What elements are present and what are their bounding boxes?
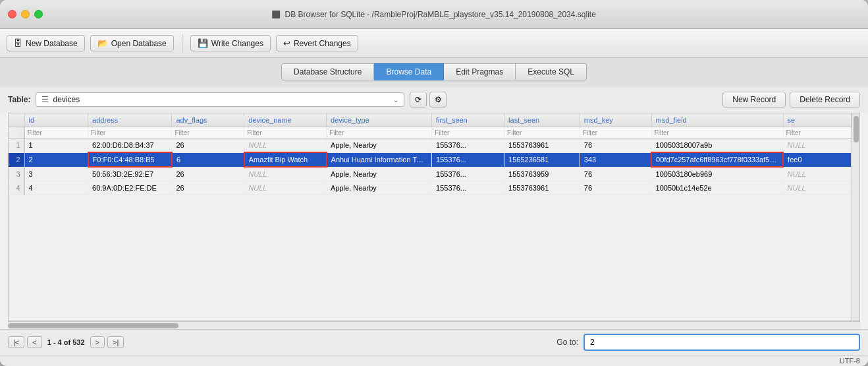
new-database-button[interactable]: 🗄 New Database (7, 35, 85, 51)
hscroll-thumb[interactable] (8, 323, 178, 328)
table-cell[interactable]: 155376... (432, 181, 504, 195)
table-cell[interactable]: 10050318007a9b (651, 138, 783, 153)
table-selector[interactable]: ☰ devices ⌄ (36, 92, 404, 107)
table-cell[interactable]: 60:9A:0D:E2:FE:DE (88, 181, 172, 195)
table-cell[interactable]: 1553763961 (504, 181, 580, 195)
maximize-button[interactable] (34, 10, 43, 18)
table-row[interactable]: 4460:9A:0D:E2:FE:DE26NULLApple, Nearby15… (9, 181, 852, 195)
table-cell[interactable]: 76 (580, 138, 651, 153)
table-cell[interactable]: 10050318​0eb969 (651, 167, 783, 181)
col-device-name[interactable]: device_name (244, 113, 327, 127)
vertical-scrollbar[interactable] (852, 113, 859, 320)
table-cell[interactable]: 6 (172, 152, 244, 167)
table-cell[interactable]: 26 (172, 138, 244, 153)
col-first-seen[interactable]: first_seen (432, 113, 504, 127)
filter-address[interactable] (88, 127, 172, 138)
tab-edit-pragmas[interactable]: Edit Pragmas (444, 63, 516, 80)
table-cell[interactable]: 62:00:D6:D8:B4:37 (88, 138, 172, 153)
filter-se-input[interactable] (786, 129, 848, 137)
table-cell[interactable]: 1553763959 (504, 167, 580, 181)
table-row[interactable]: 3350:56:3D:2E:92:E726NULLApple, Nearby15… (9, 167, 852, 181)
table-row[interactable]: 22F0:F0:C4:48:B8:B56Amazfit Bip WatchAnh… (9, 152, 852, 167)
col-se[interactable]: se (783, 113, 851, 127)
table-cell[interactable]: 1553763961 (504, 138, 580, 153)
filter-lastseen-input[interactable] (507, 129, 577, 137)
col-adv-flags[interactable]: adv_flags (172, 113, 244, 127)
col-device-type[interactable]: device_type (327, 113, 432, 127)
table-cell[interactable]: NULL (244, 181, 327, 195)
table-cell[interactable]: 4 (24, 181, 88, 195)
prev-page-button[interactable]: < (27, 336, 41, 348)
filter-id-input[interactable] (28, 129, 86, 137)
filter-msd-key[interactable] (580, 127, 651, 138)
table-cell[interactable]: 1 (24, 138, 88, 153)
filter-devicename-input[interactable] (247, 129, 323, 137)
vscroll-thumb[interactable] (854, 116, 859, 142)
horizontal-scrollbar[interactable] (8, 321, 860, 329)
table-cell[interactable]: Apple, Nearby (327, 138, 432, 153)
col-last-seen[interactable]: last_seen (504, 113, 580, 127)
table-cell[interactable]: NULL (783, 181, 851, 195)
filter-last-seen[interactable] (504, 127, 580, 138)
delete-record-button[interactable]: Delete Record (790, 92, 860, 107)
table-cell[interactable]: 155376... (432, 167, 504, 181)
table-cell[interactable]: 00fd7c257afc6ff8963cf778f0333af5da02f0f0… (651, 152, 783, 167)
filter-devicetype-input[interactable] (329, 129, 429, 137)
filter-address-input[interactable] (91, 129, 169, 137)
tab-browse-data[interactable]: Browse Data (374, 63, 444, 80)
tab-database-structure[interactable]: Database Structure (281, 63, 374, 80)
next-page-button[interactable]: > (90, 336, 105, 348)
table-cell[interactable]: NULL (783, 138, 851, 153)
minimize-button[interactable] (21, 10, 30, 18)
write-changes-button[interactable]: 💾 Write Changes (190, 35, 271, 51)
col-address[interactable]: address (88, 113, 172, 127)
open-database-button[interactable]: 📂 Open Database (90, 35, 174, 51)
table-cell[interactable]: F0:F0:C4:48:B8:B5 (88, 152, 172, 167)
col-msd-key[interactable]: msd_key (580, 113, 651, 127)
first-page-button[interactable]: |< (8, 336, 24, 348)
table-cell[interactable]: 10050b1c14e52e (651, 181, 783, 195)
filter-adv-flags[interactable] (172, 127, 244, 138)
filter-se[interactable] (783, 127, 851, 138)
table-cell[interactable]: 50:56:3D:2E:92:E7 (88, 167, 172, 181)
filter-msdkey-input[interactable] (583, 129, 649, 137)
filter-advflags-input[interactable] (175, 129, 241, 137)
last-page-button[interactable]: >| (107, 336, 124, 348)
filter-firstseen-input[interactable] (435, 129, 501, 137)
goto-input[interactable] (583, 334, 860, 351)
filter-first-seen[interactable] (432, 127, 504, 138)
table-cell[interactable]: 3 (24, 167, 88, 181)
tab-execute-sql[interactable]: Execute SQL (516, 63, 587, 80)
table-cell[interactable]: Anhui Huami Information Tech... (327, 152, 432, 167)
table-cell[interactable]: NULL (244, 138, 327, 153)
filter-id[interactable] (24, 127, 88, 138)
table-cell[interactable]: Amazfit Bip Watch (244, 152, 327, 167)
table-scroll-area[interactable]: id address adv_flags device_name device_… (9, 113, 852, 320)
filter-button[interactable]: ⚙ (429, 92, 447, 107)
revert-changes-button[interactable]: ↩ Revert Changes (276, 35, 358, 51)
table-cell[interactable]: NULL (244, 167, 327, 181)
table-cell[interactable]: 26 (172, 167, 244, 181)
col-msd-field[interactable]: msd_field (651, 113, 783, 127)
table-cell[interactable]: 155376... (432, 152, 504, 167)
table-cell[interactable]: 26 (172, 181, 244, 195)
table-cell[interactable]: 2 (24, 152, 88, 167)
filter-msd-field[interactable] (651, 127, 783, 138)
table-cell[interactable]: 76 (580, 167, 651, 181)
table-cell[interactable]: 343 (580, 152, 651, 167)
table-cell[interactable]: Apple, Nearby (327, 181, 432, 195)
table-cell[interactable]: 76 (580, 181, 651, 195)
filter-device-name[interactable] (244, 127, 327, 138)
table-cell[interactable]: NULL (783, 167, 851, 181)
table-cell[interactable]: Apple, Nearby (327, 167, 432, 181)
col-id[interactable]: id (24, 113, 88, 127)
table-cell[interactable]: fee0 (783, 152, 851, 167)
table-cell[interactable]: 1565236581 (504, 152, 580, 167)
filter-msdfield-input[interactable] (655, 129, 780, 137)
table-cell[interactable]: 155376... (432, 138, 504, 153)
refresh-button[interactable]: ⟳ (410, 92, 427, 107)
table-row[interactable]: 1162:00:D6:D8:B4:3726NULLApple, Nearby15… (9, 138, 852, 153)
close-button[interactable] (8, 10, 16, 18)
new-record-button[interactable]: New Record (722, 92, 786, 107)
filter-device-type[interactable] (327, 127, 432, 138)
